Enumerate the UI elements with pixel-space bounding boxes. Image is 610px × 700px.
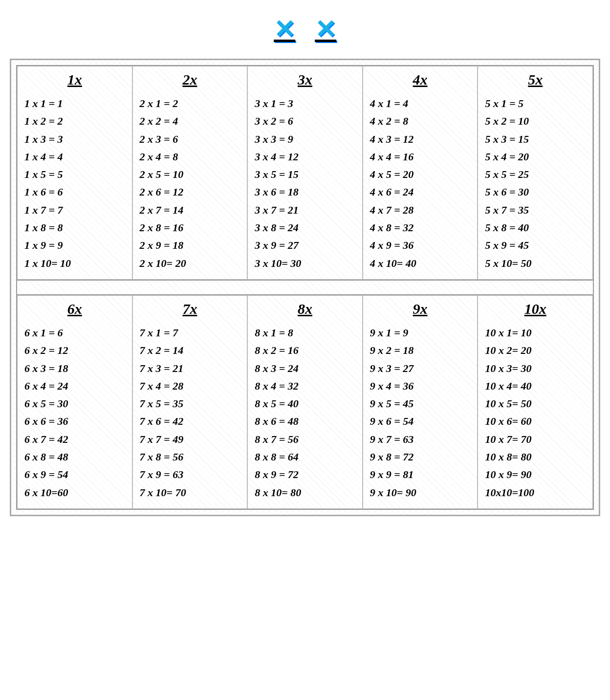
equation-line: 3 x 6 = 18 bbox=[255, 183, 355, 201]
page-title-bar: ✕ ✕ bbox=[10, 10, 600, 49]
equations-9x: 9 x 1 = 99 x 2 = 189 x 3 = 279 x 4 = 369… bbox=[370, 324, 471, 502]
equation-line: 3 x 7 = 21 bbox=[255, 201, 355, 219]
left-x-icon: ✕ bbox=[274, 15, 295, 44]
equations-4x: 4 x 1 = 44 x 2 = 84 x 3 = 124 x 4 = 164 … bbox=[370, 95, 471, 272]
equation-line: 4 x 10= 40 bbox=[370, 255, 471, 272]
cell-6x: 6x6 x 1 = 66 x 2 = 126 x 3 = 186 x 4 = 2… bbox=[17, 295, 132, 509]
equation-line: 6 x 3 = 18 bbox=[24, 360, 125, 377]
equation-line: 2 x 1 = 2 bbox=[140, 95, 240, 112]
equations-2x: 2 x 1 = 22 x 2 = 42 x 3 = 62 x 4 = 82 x … bbox=[140, 95, 240, 272]
equation-line: 7 x 3 = 21 bbox=[140, 360, 240, 377]
equation-line: 4 x 9 = 36 bbox=[370, 237, 471, 254]
cell-header-8x: 8x bbox=[255, 301, 355, 317]
equation-line: 5 x 8 = 40 bbox=[485, 219, 586, 237]
cell-8x: 8x8 x 1 = 88 x 2 = 168 x 3 = 248 x 4 = 3… bbox=[247, 295, 363, 509]
cell-3x: 3x3 x 1 = 33 x 2 = 63 x 3 = 93 x 4 = 123… bbox=[247, 66, 363, 280]
equation-line: 7 x 10= 70 bbox=[140, 484, 240, 502]
equation-line: 5 x 4 = 20 bbox=[485, 148, 586, 166]
equation-line: 10 x 3= 30 bbox=[485, 360, 586, 377]
equation-line: 3 x 4 = 12 bbox=[255, 148, 355, 166]
equation-line: 4 x 1 = 4 bbox=[370, 95, 471, 112]
equation-line: 1 x 3 = 3 bbox=[24, 131, 125, 148]
equation-line: 3 x 5 = 15 bbox=[255, 166, 355, 183]
equation-line: 8 x 3 = 24 bbox=[255, 360, 355, 377]
equation-line: 10 x 6= 60 bbox=[485, 413, 586, 430]
equation-line: 6 x 1 = 6 bbox=[24, 324, 125, 342]
cell-10x: 10x10 x 1= 1010 x 2= 2010 x 3= 3010 x 4=… bbox=[478, 295, 593, 509]
outer-border: 1x1 x 1 = 11 x 2 = 21 x 3 = 31 x 4 = 41 … bbox=[10, 59, 600, 516]
cell-4x: 4x4 x 1 = 44 x 2 = 84 x 3 = 124 x 4 = 16… bbox=[363, 66, 478, 280]
equation-line: 7 x 4 = 28 bbox=[140, 377, 240, 395]
equation-line: 6 x 8 = 48 bbox=[24, 448, 125, 466]
cell-header-9x: 9x bbox=[370, 301, 471, 317]
equation-line: 1 x 4 = 4 bbox=[24, 148, 125, 166]
right-x-icon: ✕ bbox=[315, 15, 336, 44]
equation-line: 5 x 6 = 30 bbox=[485, 183, 586, 201]
equation-line: 4 x 2 = 8 bbox=[370, 112, 471, 130]
equation-line: 9 x 4 = 36 bbox=[370, 377, 471, 395]
equation-line: 10 x 9= 90 bbox=[485, 466, 586, 483]
equation-line: 3 x 2 = 6 bbox=[255, 112, 355, 130]
equation-line: 10x10=100 bbox=[485, 484, 586, 502]
equation-line: 7 x 9 = 63 bbox=[140, 466, 240, 483]
equation-line: 6 x 5 = 30 bbox=[24, 395, 125, 413]
equation-line: 10 x 4= 40 bbox=[485, 377, 586, 395]
equation-line: 7 x 7 = 49 bbox=[140, 431, 240, 448]
equation-line: 5 x 1 = 5 bbox=[485, 95, 586, 112]
equations-7x: 7 x 1 = 77 x 2 = 147 x 3 = 217 x 4 = 287… bbox=[140, 324, 240, 502]
equation-line: 9 x 9 = 81 bbox=[370, 466, 471, 483]
equation-line: 3 x 1 = 3 bbox=[255, 95, 355, 112]
equation-line: 2 x 3 = 6 bbox=[140, 131, 240, 148]
equation-line: 6 x 9 = 54 bbox=[24, 466, 125, 483]
equation-line: 9 x 2 = 18 bbox=[370, 342, 471, 359]
cell-header-2x: 2x bbox=[140, 71, 240, 88]
equation-line: 9 x 10= 90 bbox=[370, 484, 471, 502]
equation-line: 6 x 6 = 36 bbox=[24, 413, 125, 430]
cell-7x: 7x7 x 1 = 77 x 2 = 147 x 3 = 217 x 4 = 2… bbox=[132, 295, 248, 509]
cell-2x: 2x2 x 1 = 22 x 2 = 42 x 3 = 62 x 4 = 82 … bbox=[132, 66, 248, 280]
equation-line: 8 x 4 = 32 bbox=[255, 377, 355, 395]
equation-line: 1 x 9 = 9 bbox=[24, 237, 125, 254]
equation-line: 10 x 2= 20 bbox=[485, 342, 586, 359]
equation-line: 9 x 1 = 9 bbox=[370, 324, 471, 342]
equation-line: 1 x 8 = 8 bbox=[24, 219, 125, 237]
equation-line: 8 x 1 = 8 bbox=[255, 324, 355, 342]
equation-line: 2 x 2 = 4 bbox=[140, 112, 240, 130]
equation-line: 2 x 4 = 8 bbox=[140, 148, 240, 166]
equation-line: 3 x 9 = 27 bbox=[255, 237, 355, 254]
equation-line: 2 x 5 = 10 bbox=[140, 166, 240, 183]
equations-3x: 3 x 1 = 33 x 2 = 63 x 3 = 93 x 4 = 123 x… bbox=[255, 95, 355, 272]
page-container: ✕ ✕ 1x1 x 1 = 11 x 2 = 21 x 3 = 31 x 4 =… bbox=[10, 10, 600, 516]
equation-line: 3 x 10= 30 bbox=[255, 255, 355, 272]
equation-line: 4 x 5 = 20 bbox=[370, 166, 471, 183]
equation-line: 8 x 6 = 48 bbox=[255, 413, 355, 430]
section-1: 1x1 x 1 = 11 x 2 = 21 x 3 = 31 x 4 = 41 … bbox=[16, 65, 594, 281]
equation-line: 7 x 5 = 35 bbox=[140, 395, 240, 413]
equation-line: 9 x 7 = 63 bbox=[370, 431, 471, 448]
equations-10x: 10 x 1= 1010 x 2= 2010 x 3= 3010 x 4= 40… bbox=[485, 324, 586, 502]
equation-line: 4 x 4 = 16 bbox=[370, 148, 471, 166]
grid-wrapper: 1x1 x 1 = 11 x 2 = 21 x 3 = 31 x 4 = 41 … bbox=[16, 65, 594, 510]
equation-line: 4 x 7 = 28 bbox=[370, 201, 471, 219]
equation-line: 5 x 7 = 35 bbox=[485, 201, 586, 219]
equation-line: 1 x 7 = 7 bbox=[24, 201, 125, 219]
equation-line: 8 x 5 = 40 bbox=[255, 395, 355, 413]
equation-line: 3 x 3 = 9 bbox=[255, 131, 355, 148]
equation-line: 9 x 5 = 45 bbox=[370, 395, 471, 413]
cell-header-4x: 4x bbox=[370, 71, 471, 88]
equation-line: 2 x 8 = 16 bbox=[140, 219, 240, 237]
equation-line: 7 x 1 = 7 bbox=[140, 324, 240, 342]
equation-line: 6 x 7 = 42 bbox=[24, 431, 125, 448]
equations-1x: 1 x 1 = 11 x 2 = 21 x 3 = 31 x 4 = 41 x … bbox=[24, 95, 125, 272]
section-2: 6x6 x 1 = 66 x 2 = 126 x 3 = 186 x 4 = 2… bbox=[16, 294, 594, 510]
equation-line: 5 x 9 = 45 bbox=[485, 237, 586, 254]
equation-line: 5 x 10= 50 bbox=[485, 255, 586, 272]
equation-line: 10 x 8= 80 bbox=[485, 448, 586, 466]
cell-header-7x: 7x bbox=[140, 301, 240, 317]
cell-header-6x: 6x bbox=[24, 301, 125, 317]
cell-5x: 5x5 x 1 = 55 x 2 = 105 x 3 = 155 x 4 = 2… bbox=[478, 66, 593, 280]
equation-line: 8 x 8 = 64 bbox=[255, 448, 355, 466]
equation-line: 9 x 6 = 54 bbox=[370, 413, 471, 430]
equation-line: 8 x 10= 80 bbox=[255, 484, 355, 502]
equation-line: 9 x 3 = 27 bbox=[370, 360, 471, 377]
